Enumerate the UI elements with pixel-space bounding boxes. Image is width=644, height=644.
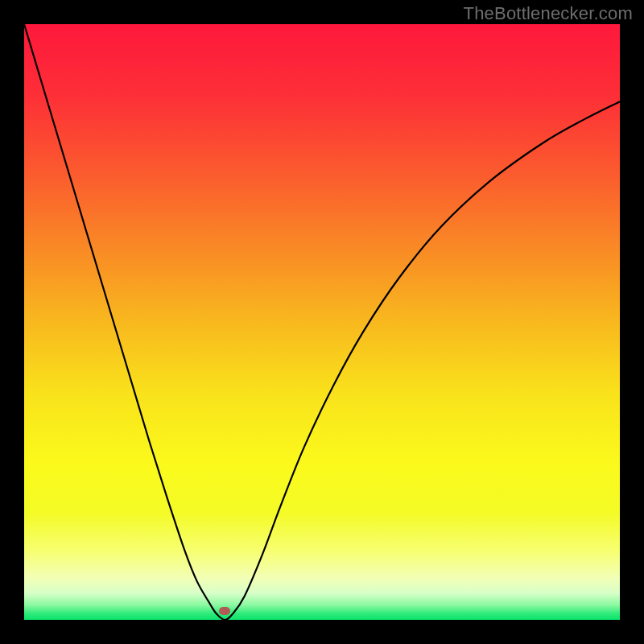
- bottleneck-curve: [24, 24, 620, 620]
- watermark-text: TheBottlenecker.com: [464, 3, 633, 24]
- optimal-point-marker: [219, 607, 230, 615]
- plot-area: [24, 24, 620, 620]
- chart-frame: TheBottlenecker.com: [0, 0, 644, 644]
